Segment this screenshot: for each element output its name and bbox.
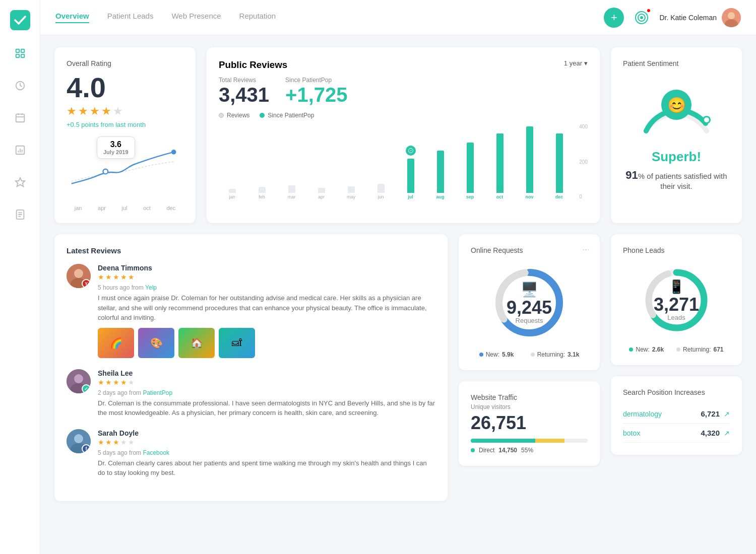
pp-link[interactable]: PatientPop <box>143 389 172 396</box>
requests-label: Requests <box>507 317 552 324</box>
other-bar-seg <box>535 439 564 443</box>
bar-aug: aug <box>427 151 454 199</box>
time-filter-label: 1 year <box>564 59 582 67</box>
fb-link[interactable]: Facebook <box>143 449 169 456</box>
legend-reviews-label: Reviews <box>227 112 249 119</box>
x-label-apr: apr <box>98 205 106 211</box>
more-options-button[interactable]: ··· <box>582 244 590 255</box>
bar-dec: dec <box>546 133 573 199</box>
star-5: ★ <box>113 105 123 118</box>
public-reviews-card: Public Reviews 1 year ▾ Total Reviews 3,… <box>207 47 600 223</box>
rest-bar-seg <box>564 439 588 443</box>
document-icon[interactable] <box>11 205 29 224</box>
latest-reviews-title: Latest Reviews <box>67 246 435 255</box>
reviewer-1-text: I must once again praise Dr. Coleman for… <box>98 293 435 323</box>
y-label-0: 0 <box>579 194 588 199</box>
gauge-container: 😊 <box>636 76 717 141</box>
target-icon[interactable] <box>632 8 651 27</box>
bar-mar: mar <box>278 185 305 199</box>
svg-point-33 <box>74 434 83 443</box>
direct-pct: 55% <box>521 447 533 454</box>
bar-jul: jul <box>397 159 424 199</box>
donut-center-content: 🖥️ 9,245 Requests <box>507 281 552 324</box>
svg-point-23 <box>171 150 176 155</box>
search-item-1: dermatology 6,721 ↗ <box>623 404 730 424</box>
search-keyword-1: dermatology <box>623 410 697 418</box>
leads-donut: 📱 3,271 Leads <box>623 262 730 338</box>
y-axis: 400 200 0 <box>579 124 588 199</box>
bar-jun: jun <box>367 184 394 199</box>
bar-feb: feb <box>248 187 275 199</box>
avatar[interactable] <box>722 8 741 27</box>
sentiment-description: of patients satisfied with their visit. <box>647 172 727 190</box>
report-icon[interactable] <box>11 141 29 159</box>
chart-legend: Reviews Since PatientPop <box>219 112 588 119</box>
review-img-2: 🎨 <box>138 328 174 358</box>
x-label-oct: oct <box>143 205 151 211</box>
legend-since-pp: Since PatientPop <box>260 112 314 119</box>
bar-apr: apr <box>308 188 335 199</box>
svg-point-25 <box>704 117 709 122</box>
x-label-dec: dec <box>166 205 175 211</box>
review-item-3: f Sarah Doyle ★★★★★ 5 days ago from Face… <box>67 429 435 478</box>
svg-point-30 <box>74 374 83 383</box>
reviews-stats: Total Reviews 3,431 Since PatientPop +1,… <box>219 77 588 105</box>
add-button[interactable]: + <box>604 8 624 28</box>
gallery-icon[interactable] <box>11 44 29 62</box>
bar-may: may <box>338 186 364 199</box>
reviewer-3-stars: ★★★★★ <box>98 438 435 446</box>
review-img-4: 🛋 <box>219 328 255 358</box>
star-3: ★ <box>90 105 100 118</box>
reviews-header: Public Reviews 1 year ▾ <box>219 59 588 71</box>
star-icon[interactable] <box>11 173 29 191</box>
review-3-content: Sarah Doyle ★★★★★ 5 days ago from Facebo… <box>98 429 435 478</box>
tab-reputation[interactable]: Reputation <box>239 12 276 23</box>
logo-icon[interactable] <box>10 10 30 30</box>
since-pp-value: +1,725 <box>285 85 347 105</box>
donut-container: 🖥️ 9,245 Requests <box>489 262 570 343</box>
sentiment-label: Superb! <box>623 149 730 165</box>
since-pp-label: Since PatientPop <box>285 77 347 84</box>
reviewer-3-name: Sarah Doyle <box>98 429 435 437</box>
requests-donut: 🖥️ 9,245 Requests <box>471 262 588 343</box>
review-2-content: Sheila Lee ★★★★★ 2 days ago from Patient… <box>98 369 435 418</box>
rating-stars: ★ ★ ★ ★ ★ <box>67 105 183 118</box>
leads-title: Phone Leads <box>623 246 730 254</box>
since-pp-stat: Since PatientPop +1,725 <box>285 77 347 105</box>
middle-column: Online Requests ··· <box>459 234 600 501</box>
returning-label: Returning: <box>537 351 565 358</box>
chevron-down-icon: ▾ <box>584 59 588 67</box>
online-requests-card: Online Requests ··· <box>459 234 600 370</box>
tab-web-presence[interactable]: Web Presence <box>171 12 221 23</box>
new-leads-label: New: <box>636 346 649 353</box>
content-area: Overall Rating 4.0 ★ ★ ★ ★ ★ +0.5 points… <box>40 35 756 554</box>
rating-chart: 3.6 July 2019 <box>67 136 183 202</box>
calendar-icon[interactable] <box>11 109 29 127</box>
search-keyword-2: botox <box>623 429 697 437</box>
new-leads-legend: New: 2.6k <box>629 346 664 353</box>
sentiment-percent-value: 91 <box>625 169 638 181</box>
search-count-1: 6,721 <box>701 409 720 418</box>
x-label-jul: jul <box>122 205 128 211</box>
returning-leads-dot <box>676 348 680 352</box>
reviewer-1-meta: 5 hours ago from Yelp <box>98 284 435 291</box>
yelp-link[interactable]: Yelp <box>145 284 157 291</box>
leads-value: 3,271 <box>654 296 699 314</box>
sidebar <box>0 0 40 554</box>
legend-since-pp-label: Since PatientPop <box>268 112 314 119</box>
tooltip-date: July 2019 <box>103 149 129 155</box>
leads-legend: New: 2.6k Returning: 671 <box>623 346 730 353</box>
star-1: ★ <box>67 105 77 118</box>
tab-patient-leads[interactable]: Patient Leads <box>107 12 154 23</box>
rating-score: 4.0 <box>67 74 183 102</box>
tab-overview[interactable]: Overview <box>55 12 89 23</box>
rating-change: +0.5 points from last month <box>67 121 183 128</box>
legend-reviews: Reviews <box>219 112 249 119</box>
new-value: 5.9k <box>502 351 514 358</box>
search-count-2: 4,320 <box>701 429 720 437</box>
traffic-visitors-value: 26,751 <box>471 412 588 434</box>
svg-rect-2 <box>21 49 24 52</box>
time-filter[interactable]: 1 year ▾ <box>564 59 588 67</box>
clock-icon[interactable] <box>11 77 29 95</box>
bar-chart-area: 400 200 0 jan feb <box>219 124 588 199</box>
